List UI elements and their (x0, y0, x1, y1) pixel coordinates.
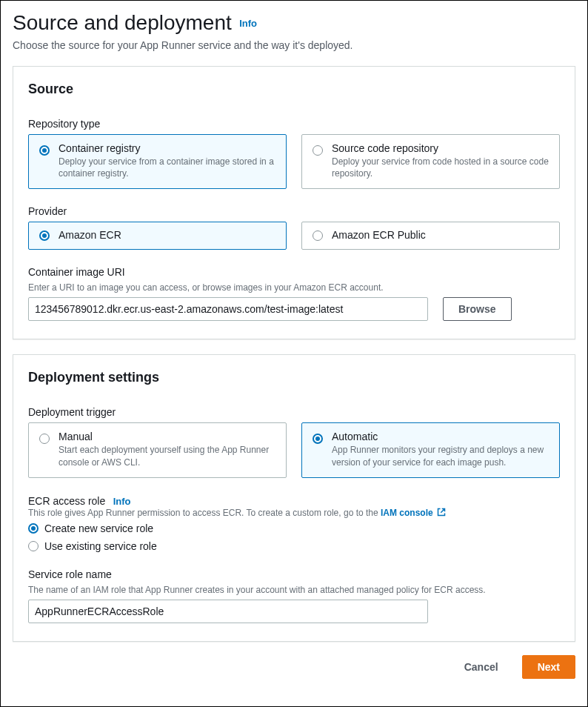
deployment-trigger-label: Deployment trigger (28, 406, 560, 418)
deployment-trigger-field: Deployment trigger Manual Start each dep… (28, 406, 560, 477)
tile-title: Amazon ECR (59, 229, 275, 241)
external-link-icon (437, 508, 446, 517)
radio-icon (28, 541, 39, 551)
radio-create-new-role[interactable]: Create new service role (28, 522, 560, 534)
tile-amazon-ecr-public[interactable]: Amazon ECR Public (301, 222, 560, 250)
tile-title: Amazon ECR Public (332, 229, 549, 241)
radio-icon (313, 145, 323, 156)
tile-amazon-ecr[interactable]: Amazon ECR (28, 222, 287, 250)
footer-actions: Cancel Next (13, 655, 575, 679)
service-role-name-field: Service role name The name of an IAM rol… (28, 568, 560, 623)
radio-label: Use existing service role (44, 540, 157, 552)
radio-icon (39, 230, 50, 241)
cancel-button[interactable]: Cancel (450, 655, 513, 679)
provider-field: Provider Amazon ECR Amazon ECR Public (28, 205, 560, 250)
tile-desc: App Runner monitors your registry and de… (332, 444, 549, 468)
info-link[interactable]: Info (239, 18, 257, 29)
browse-button[interactable]: Browse (443, 297, 512, 321)
provider-label: Provider (28, 205, 560, 217)
tile-title: Manual (59, 431, 275, 442)
iam-console-link[interactable]: IAM console (381, 508, 433, 518)
tile-desc: Deploy your service from a container ima… (59, 156, 275, 179)
radio-icon (39, 145, 50, 156)
container-uri-input[interactable] (28, 297, 428, 321)
radio-icon (28, 523, 39, 534)
repository-type-field: Repository type Container registry Deplo… (28, 118, 560, 189)
tile-desc: Deploy your service from code hosted in … (332, 156, 549, 179)
tile-manual[interactable]: Manual Start each deployment yourself us… (28, 422, 287, 477)
tile-title: Source code repository (332, 142, 549, 154)
ecr-role-info-link[interactable]: Info (113, 496, 131, 507)
tile-container-registry[interactable]: Container registry Deploy your service f… (28, 134, 287, 189)
container-uri-hint: Enter a URI to an image you can access, … (28, 282, 560, 293)
ecr-access-role-hint: This role gives App Runner permission to… (28, 508, 560, 518)
service-role-name-hint: The name of an IAM role that App Runner … (28, 585, 560, 595)
tile-desc: Start each deployment yourself using the… (59, 444, 275, 468)
tile-automatic[interactable]: Automatic App Runner monitors your regis… (301, 422, 560, 477)
radio-icon (39, 434, 50, 444)
tile-title: Container registry (59, 142, 275, 154)
deployment-panel-title: Deployment settings (28, 370, 560, 385)
deployment-panel: Deployment settings Deployment trigger M… (13, 354, 575, 641)
next-button[interactable]: Next (522, 655, 575, 679)
ecr-access-role-label: ECR access role (28, 495, 105, 507)
radio-icon (313, 434, 323, 444)
repository-type-label: Repository type (28, 118, 560, 130)
radio-label: Create new service role (44, 522, 153, 534)
ecr-access-role-field: ECR access role Info This role gives App… (28, 494, 560, 552)
service-role-name-label: Service role name (28, 568, 560, 580)
radio-icon (313, 230, 323, 241)
page-title: Source and deployment (13, 11, 232, 34)
page-header: Source and deployment Info Choose the so… (13, 11, 575, 51)
container-uri-label: Container image URI (28, 266, 560, 278)
tile-source-code-repo[interactable]: Source code repository Deploy your servi… (301, 134, 560, 189)
ecr-role-hint-text: This role gives App Runner permission to… (28, 508, 381, 518)
radio-use-existing-role[interactable]: Use existing service role (28, 540, 560, 552)
container-uri-field: Container image URI Enter a URI to an im… (28, 266, 560, 321)
tile-title: Automatic (332, 431, 549, 442)
page-description: Choose the source for your App Runner se… (13, 39, 575, 51)
source-panel: Source Repository type Container registr… (13, 66, 575, 339)
service-role-name-input[interactable] (28, 600, 428, 623)
source-panel-title: Source (28, 82, 560, 97)
